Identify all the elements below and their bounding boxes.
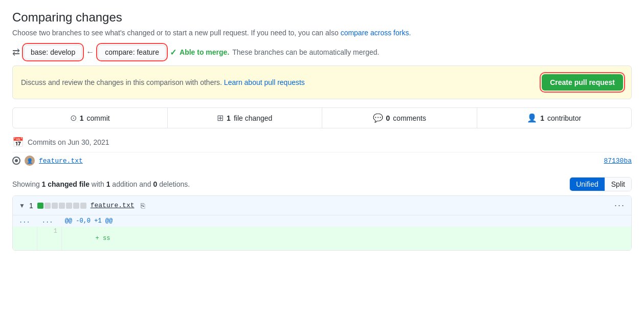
switch-branches-icon: ⇄ — [12, 47, 20, 58]
diff-old-line-num — [13, 227, 37, 250]
diff-block-gray-2 — [52, 203, 58, 209]
subtitle-text: Choose two branches to see what's change… — [12, 29, 339, 37]
deletions-count: 0 — [153, 180, 158, 188]
contributors-count: 1 — [540, 114, 544, 122]
commit-filename-link[interactable]: feature.txt — [39, 157, 83, 165]
arrow-icon: ← — [86, 48, 94, 57]
diff-block-green — [37, 203, 43, 209]
diff-new-line-num: 1 — [37, 227, 62, 250]
commit-dot-icon — [12, 157, 20, 165]
commits-icon: ⊙ — [70, 113, 77, 123]
changed-count: 1 — [42, 180, 46, 188]
diff-section: Showing 1 changed file with 1 addition a… — [12, 177, 632, 251]
compare-forks-link[interactable]: compare across forks. — [341, 29, 411, 37]
diff-hunk-header: ... ... @@ -0,0 +1 @@ — [13, 215, 631, 227]
commits-count: 1 — [80, 114, 84, 122]
calendar-icon: 📅 — [12, 137, 24, 148]
diff-block-gray-4 — [66, 203, 72, 209]
hunk-old-num: ... — [19, 217, 30, 225]
files-header-text: Showing 1 changed file with 1 addition a… — [12, 180, 190, 188]
comments-icon: 💬 — [373, 113, 383, 123]
contributors-icon: 👤 — [527, 113, 537, 123]
changed-file-label: changed file — [48, 180, 90, 188]
diff-file: ▼ 1 feature.txt ⎘ ··· ... ... @@ -0,0 +1… — [12, 195, 632, 251]
files-header: Showing 1 changed file with 1 addition a… — [12, 177, 632, 191]
create-pull-request-button[interactable]: Create pull request — [542, 74, 623, 91]
contributors-stat[interactable]: 👤 1 contributor — [477, 108, 632, 128]
diff-file-header: ▼ 1 feature.txt ⎘ ··· — [13, 196, 631, 215]
commits-section: 📅 Commits on Jun 30, 2021 👤 feature.txt … — [12, 137, 632, 169]
learn-pull-requests-link[interactable]: Learn about pull requests — [224, 78, 305, 86]
diff-block-gray-1 — [45, 203, 51, 209]
compare-branch-button[interactable]: compare: feature — [98, 45, 166, 59]
commits-date-label: Commits on Jun 30, 2021 — [28, 138, 109, 146]
avatar: 👤 — [25, 156, 35, 166]
hunk-range: @@ -0,0 +1 @@ — [65, 217, 113, 225]
files-icon: ⊞ — [217, 113, 224, 123]
commits-label: commit — [87, 114, 110, 122]
diff-filename-link[interactable]: feature.txt — [91, 202, 135, 209]
files-label: file changed — [234, 114, 273, 122]
diff-more-options-icon[interactable]: ··· — [614, 200, 625, 211]
view-toggle: Unified Split — [569, 177, 632, 191]
yellow-banner: Discuss and review the changes in this c… — [12, 65, 632, 99]
diff-line-content: + ss — [62, 227, 631, 250]
branch-selector-row: ⇄ base: develop ← compare: feature ✓ Abl… — [12, 45, 632, 59]
deletions-label: deletions — [159, 180, 188, 188]
additions-count: 1 — [106, 180, 110, 188]
comments-count: 0 — [386, 114, 390, 122]
comments-stat[interactable]: 💬 0 comments — [322, 108, 477, 128]
commit-sha-link[interactable]: 87130ba — [604, 157, 632, 165]
and-label: and — [139, 180, 151, 188]
contributors-label: contributor — [547, 114, 581, 122]
diff-line-count: 1 — [29, 202, 33, 210]
showing-label: Showing — [12, 180, 40, 188]
diff-added-line: 1 + ss — [13, 227, 631, 250]
able-to-merge-label: Able to merge. — [180, 48, 229, 56]
with-label: with — [92, 180, 104, 188]
diff-plus-sign: + ss — [96, 235, 110, 242]
commits-stat[interactable]: ⊙ 1 commit — [13, 108, 168, 128]
base-branch-button[interactable]: base: develop — [24, 45, 82, 59]
page-title: Comparing changes — [12, 10, 632, 25]
files-stat[interactable]: ⊞ 1 file changed — [168, 108, 323, 128]
files-count: 1 — [227, 114, 231, 122]
unified-view-button[interactable]: Unified — [570, 178, 605, 191]
subtitle: Choose two branches to see what's change… — [12, 29, 632, 37]
hunk-new-num: ... — [34, 217, 61, 225]
merge-description: These branches can be automatically merg… — [232, 48, 379, 56]
comments-label: comments — [393, 114, 426, 122]
diff-count-badge — [37, 203, 86, 209]
diff-block-gray-3 — [59, 203, 65, 209]
split-view-button[interactable]: Split — [605, 178, 631, 191]
additions-label: addition — [112, 180, 137, 188]
banner-description: Discuss and review the changes in this c… — [21, 78, 222, 86]
banner-text: Discuss and review the changes in this c… — [21, 78, 305, 86]
commits-date-header: 📅 Commits on Jun 30, 2021 — [12, 137, 632, 148]
merge-check-icon: ✓ — [170, 48, 176, 57]
commit-row: 👤 feature.txt 87130ba — [12, 152, 632, 169]
copy-path-icon[interactable]: ⎘ — [141, 202, 145, 210]
diff-collapse-icon[interactable]: ▼ — [19, 202, 25, 209]
stats-bar: ⊙ 1 commit ⊞ 1 file changed 💬 0 comments… — [12, 107, 632, 128]
diff-block-gray-5 — [73, 203, 79, 209]
merge-status: ✓ Able to merge. These branches can be a… — [170, 48, 379, 57]
diff-block-gray-6 — [80, 203, 86, 209]
